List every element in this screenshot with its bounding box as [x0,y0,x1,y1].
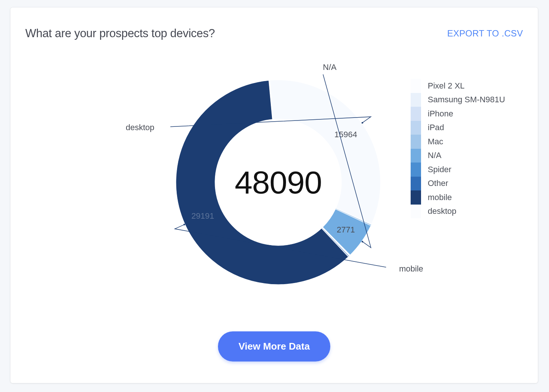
card-header: What are your prospects top devices? EXP… [10,7,538,45]
legend-item[interactable]: N/A [411,149,522,163]
legend-label: desktop [428,206,456,216]
legend-swatch [411,163,421,177]
legend-swatch [411,107,421,121]
legend-item[interactable]: iPhone [411,107,522,121]
legend-label: Samsung SM-N981U [428,95,505,105]
slice-value-desktop: 15964 [334,130,357,139]
legend-label: Mac [428,137,443,147]
legend-label: Pixel 2 XL [428,81,465,91]
donut-slice-desktop[interactable] [270,80,381,224]
legend-item[interactable]: iPad [411,121,522,135]
legend-swatch [411,190,421,205]
export-csv-link[interactable]: EXPORT TO .CSV [447,28,523,39]
legend-item[interactable]: desktop [411,205,522,219]
callout-mobile-label: mobile [399,264,423,274]
chart-area: 15964277129191 48090 desktop N/A mobile … [10,48,538,324]
legend: Pixel 2 XLSamsung SM-N981UiPhoneiPadMacN… [411,79,522,218]
donut-chart: 15964277129191 [170,74,386,290]
legend-label: N/A [428,151,442,160]
legend-item[interactable]: Pixel 2 XL [411,79,522,93]
view-more-button[interactable]: View More Data [218,331,330,362]
legend-swatch [411,135,421,149]
leader-dot-mobile [183,224,185,225]
card-title: What are your prospects top devices? [25,27,215,40]
leader-dot-n/a [362,241,363,242]
leader-dot-desktop [362,122,363,123]
legend-item[interactable]: mobile [411,190,522,205]
legend-item[interactable]: Mac [411,135,522,149]
legend-swatch [411,79,421,93]
legend-label: Other [428,179,448,188]
card-footer: View More Data [10,331,538,362]
legend-item[interactable]: Spider [411,163,522,177]
callout-desktop-label: desktop [126,123,154,132]
slice-value-n/a: 2771 [337,225,355,234]
legend-label: iPad [428,123,444,132]
legend-label: mobile [428,193,452,202]
legend-label: Spider [428,165,452,174]
slice-value-mobile: 29191 [192,211,214,221]
legend-swatch [411,93,421,107]
legend-label: iPhone [428,109,453,119]
legend-swatch [411,205,421,219]
devices-card: What are your prospects top devices? EXP… [10,7,538,383]
callout-na-label: N/A [323,62,337,72]
legend-swatch [411,121,421,135]
legend-item[interactable]: Samsung SM-N981U [411,93,522,107]
legend-item[interactable]: Other [411,177,522,191]
legend-swatch [411,177,421,191]
legend-swatch [411,149,421,163]
